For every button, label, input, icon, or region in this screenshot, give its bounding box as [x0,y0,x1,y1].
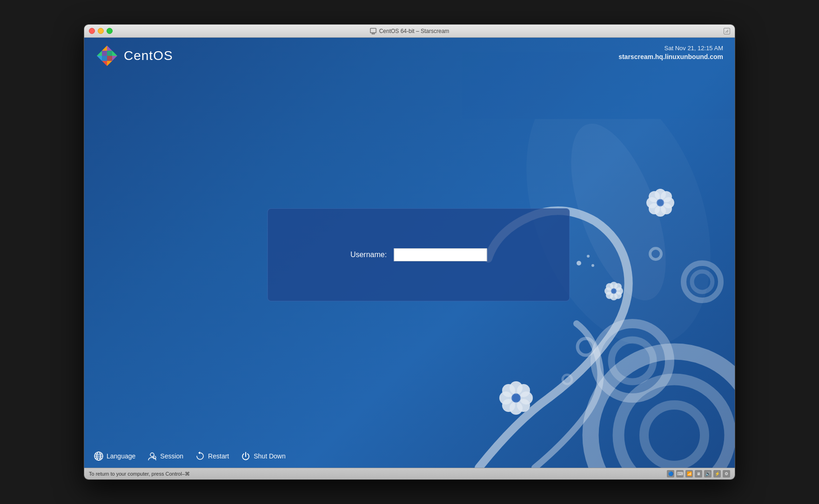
login-panel: Username: [268,208,570,301]
username-input[interactable] [394,248,487,261]
keyboard-icon: ⌨ [676,470,684,477]
minimize-button[interactable] [98,28,104,34]
resize-button[interactable] [724,28,730,34]
svg-rect-55 [107,51,112,56]
titlebar: CentOS 64-bit – Starscream [84,25,735,38]
svg-marker-48 [97,51,102,56]
top-header: CentOS Sat Nov 21, 12:15 AM starscream.h… [84,38,735,74]
svg-marker-51 [107,61,112,66]
svg-point-63 [150,453,154,457]
svg-marker-47 [102,46,107,51]
maximize-button[interactable] [107,28,113,34]
bottom-action-bar: Language Session Restart [84,444,735,468]
hostname-display: starscream.hq.linuxunbound.com [618,53,723,60]
usb-icon: ⚡ [713,470,721,477]
mac-statusbar: To return to your computer, press Contro… [84,468,735,479]
svg-rect-0 [370,28,376,33]
traffic-lights [89,28,113,34]
centos-screen: CentOS Sat Nov 21, 12:15 AM starscream.h… [84,38,735,468]
restart-label: Restart [208,452,229,460]
session-label: Session [160,452,183,460]
svg-rect-56 [102,56,107,61]
svg-marker-49 [97,56,102,61]
display-icon: 🖥 [695,470,702,477]
bluetooth-icon: 🔵 [667,470,674,477]
login-form: Username: [350,248,487,261]
svg-marker-53 [112,51,117,56]
mac-window: CentOS 64-bit – Starscream [84,24,735,480]
settings-icon[interactable]: ⚙ [723,470,730,477]
close-button[interactable] [89,28,95,34]
logo-text: CentOS [124,48,173,63]
svg-marker-52 [112,56,117,61]
shutdown-button[interactable]: Shut Down [241,451,285,461]
svg-point-22 [511,393,521,403]
window-title: CentOS 64-bit – Starscream [370,28,450,34]
svg-marker-46 [107,46,112,51]
svg-rect-57 [107,56,112,61]
restart-button[interactable]: Restart [195,451,229,461]
audio-icon: 🔊 [704,470,712,477]
shutdown-label: Shut Down [254,452,285,460]
datetime-display: Sat Nov 21, 12:15 AM [618,45,723,52]
svg-rect-54 [102,51,107,56]
username-label: Username: [350,251,387,259]
network-icon: 📶 [685,470,693,477]
top-right-info: Sat Nov 21, 12:15 AM starscream.hq.linux… [618,45,723,60]
svg-marker-50 [102,61,107,66]
session-button[interactable]: Session [147,451,183,461]
svg-marker-66 [198,451,200,454]
centos-logo: CentOS [96,45,173,67]
language-button[interactable]: Language [94,451,135,461]
statusbar-icons: 🔵 ⌨ 📶 🖥 🔊 ⚡ ⚙ [667,470,730,477]
statusbar-hint: To return to your computer, press Contro… [89,471,190,477]
language-label: Language [107,452,135,460]
